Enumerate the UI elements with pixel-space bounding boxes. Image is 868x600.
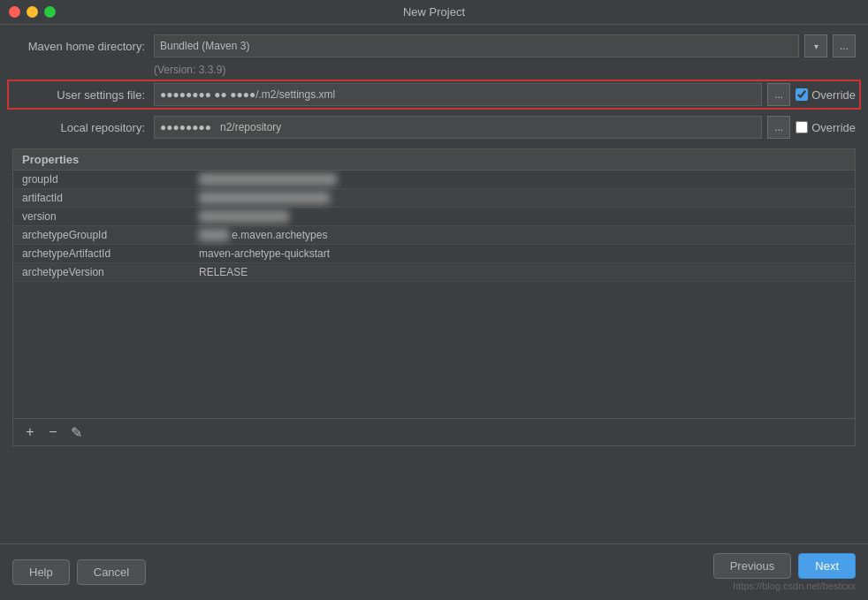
next-button[interactable]: Next [798, 553, 856, 579]
maven-home-dots-button[interactable]: ... [833, 34, 856, 57]
user-settings-input[interactable] [154, 83, 762, 106]
title-bar-controls [9, 6, 56, 18]
previous-button[interactable]: Previous [713, 553, 792, 579]
maven-home-row: Maven home directory: ▾ ... [12, 34, 856, 58]
properties-toolbar: + − ✎ [13, 418, 855, 445]
user-settings-label: User settings file: [12, 88, 154, 102]
local-repo-label: Local repository: [12, 121, 154, 134]
local-repo-override-checkbox[interactable] [796, 121, 808, 133]
prop-row-groupid[interactable]: groupId ████████████ ██████ [13, 171, 855, 189]
maven-home-field-group: ▾ ... [154, 34, 856, 57]
add-property-button[interactable]: + [20, 422, 40, 442]
prop-value-artifactid: ████████ █████████ [199, 192, 846, 204]
prop-key-groupid: groupId [22, 173, 199, 186]
user-settings-row: User settings file: ... Override [7, 80, 861, 110]
close-button[interactable] [9, 6, 20, 18]
user-settings-override-group: Override [796, 88, 856, 102]
prop-key-archetypeversion: archetypeVersion [22, 266, 199, 278]
cancel-button[interactable]: Cancel [77, 559, 146, 585]
dialog: New Project Maven home directory: ▾ ... … [0, 0, 868, 600]
prop-row-artifactid[interactable]: artifactId ████████ █████████ [13, 189, 855, 208]
version-text: (Version: 3.3.9) [154, 64, 856, 76]
local-repo-override-label: Override [811, 121, 856, 134]
footer: Help Cancel Previous Next https://blog.c… [0, 543, 868, 600]
prop-row-archetypeversion[interactable]: archetypeVersion RELEASE [13, 263, 855, 282]
maven-home-input[interactable] [154, 34, 799, 57]
title-bar: New Project [0, 0, 868, 25]
user-settings-override-checkbox[interactable] [796, 88, 808, 101]
prop-key-archetypeartifactid: archetypeArtifactId [22, 247, 199, 260]
user-settings-dots-button[interactable]: ... [767, 83, 790, 106]
window-title: New Project [403, 5, 465, 19]
main-content: Maven home directory: ▾ ... (Version: 3.… [0, 25, 868, 543]
user-settings-field-group: ... Override [154, 83, 856, 106]
prop-row-archetypegroupid[interactable]: archetypeGroupId ████ e.maven.archetypes [13, 226, 855, 245]
prop-value-archetypeversion: RELEASE [199, 266, 846, 278]
edit-property-button[interactable]: ✎ [66, 422, 86, 442]
local-repo-field-group: ... Override [154, 116, 856, 139]
remove-property-button[interactable]: − [43, 422, 63, 442]
maximize-button[interactable] [44, 6, 56, 18]
local-repo-input[interactable] [154, 116, 762, 139]
properties-section: Properties groupId ████████████ ██████ a… [12, 148, 856, 446]
prop-row-archetypeartifactid[interactable]: archetypeArtifactId maven-archetype-quic… [13, 245, 855, 263]
url-text: https://blog.csdn.net/bestcxx [733, 581, 856, 591]
prop-value-archetypeartifactid: maven-archetype-quickstart [199, 247, 846, 260]
local-repo-dots-button[interactable]: ... [767, 116, 790, 139]
bottom-spacer [12, 446, 856, 543]
maven-home-dropdown-arrow[interactable]: ▾ [804, 34, 827, 57]
local-repo-override-group: Override [796, 121, 856, 134]
footer-buttons: Previous Next [713, 553, 856, 579]
prop-key-artifactid: artifactId [22, 192, 199, 204]
footer-right: Previous Next https://blog.csdn.net/best… [713, 553, 856, 591]
properties-header: Properties [13, 149, 855, 171]
prop-key-version: version [22, 210, 199, 223]
prop-key-archetypegroupid: archetypeGroupId [22, 229, 199, 241]
minimize-button[interactable] [27, 6, 38, 18]
prop-row-version[interactable]: version ████████████ [13, 208, 855, 226]
user-settings-override-label: Override [811, 88, 856, 102]
prop-value-archetypegroupid: ████ e.maven.archetypes [199, 229, 846, 241]
local-repo-row: Local repository: ... Override [12, 115, 856, 140]
maven-home-label: Maven home directory: [12, 40, 154, 53]
prop-value-version: ████████████ [199, 210, 846, 223]
properties-body: groupId ████████████ ██████ artifactId █… [13, 171, 855, 418]
prop-value-groupid: ████████████ ██████ [199, 173, 846, 186]
footer-left: Help Cancel [12, 559, 146, 585]
help-button[interactable]: Help [12, 559, 70, 585]
